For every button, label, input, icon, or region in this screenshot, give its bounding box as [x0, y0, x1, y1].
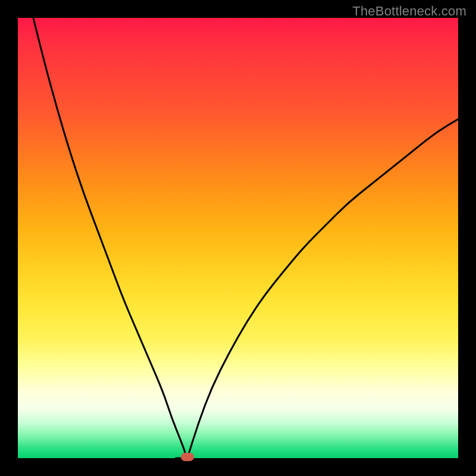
minimum-marker	[181, 453, 194, 461]
watermark-text: TheBottleneck.com	[352, 4, 466, 19]
chart-frame: TheBottleneck.com	[0, 0, 476, 476]
curve-path	[33, 18, 458, 458]
plot-area	[18, 18, 458, 458]
bottleneck-curve	[18, 18, 458, 458]
